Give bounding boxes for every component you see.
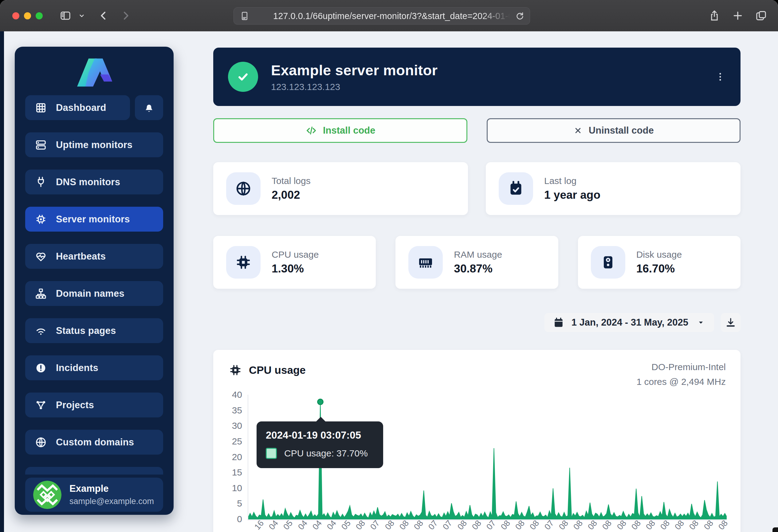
x-tick-label: 08	[615, 519, 628, 532]
sidebar-item-label: Custom domains	[56, 437, 134, 448]
x-tick-label: 08	[456, 519, 469, 532]
ram-icon	[408, 246, 443, 279]
uninstall-code-button[interactable]: Uninstall code	[487, 118, 741, 143]
stat-value: 2,002	[271, 189, 311, 201]
browser-titlebar: 127.0.0.1/66uptime/server-monitor/3?&sta…	[0, 0, 778, 32]
y-tick-label: 35	[218, 405, 242, 416]
last-log-card: Last log 1 year ago	[486, 162, 741, 215]
sidebar-item-label: Projects	[56, 400, 94, 411]
sidebar-item-heartbeats[interactable]: Heartbeats	[25, 244, 163, 269]
series-swatch	[266, 448, 277, 459]
y-tick-label: 10	[218, 483, 242, 493]
forward-button[interactable]	[118, 8, 133, 23]
x-tick-label: 08	[658, 519, 672, 532]
user-profile[interactable]: Example sample@example.com	[25, 478, 163, 512]
install-code-button[interactable]: Install code	[213, 118, 467, 143]
sidebar-item-projects[interactable]: Projects	[25, 392, 163, 418]
y-tick-label: 5	[218, 498, 242, 509]
x-tick-label: 08	[383, 519, 396, 532]
plug-icon	[34, 176, 47, 189]
chart-tooltip: 2024-01-19 03:07:05 CPU usage: 37.70%	[256, 422, 383, 468]
x-tick-label: 16	[252, 519, 266, 532]
sidebar-item-label: Uptime monitors	[56, 140, 133, 151]
window-left-edge	[0, 31, 4, 532]
sidebar: Dashboard Uptime monitors DNS monitors S…	[15, 47, 174, 515]
browser-window: 127.0.0.1/66uptime/server-monitor/3?&sta…	[0, 0, 778, 532]
x-tick-label: 04	[311, 519, 324, 532]
page-title: Example server monitor	[271, 62, 438, 79]
x-tick-label: 07	[484, 519, 498, 532]
sidebar-item-server-monitors[interactable]: Server monitors	[25, 207, 163, 232]
y-tick-label: 0	[218, 514, 242, 524]
total-logs-card: Total logs 2,002	[213, 162, 468, 215]
page-content: Dashboard Uptime monitors DNS monitors S…	[0, 31, 778, 532]
highlighted-data-point	[318, 399, 323, 405]
new-tab-icon[interactable]	[730, 8, 746, 23]
x-tick-label: 08	[600, 519, 614, 532]
chart-title: CPU usage	[249, 364, 306, 376]
sidebar-item-dashboard[interactable]: Dashboard	[25, 95, 130, 120]
notifications-button[interactable]	[135, 95, 163, 120]
stat-label: RAM usage	[454, 249, 502, 260]
monitor-ip: 123.123.123.123	[271, 82, 438, 92]
x-tick-label: 08	[557, 519, 570, 532]
x-tick-label: 05	[339, 519, 353, 532]
app-logo[interactable]	[25, 55, 163, 88]
zoom-window-button[interactable]	[35, 12, 43, 19]
x-tick-label: 04	[267, 519, 280, 532]
calendar-check-icon	[499, 172, 533, 205]
download-button[interactable]	[721, 313, 741, 332]
x-tick-label: 08	[528, 519, 541, 532]
bell-icon	[143, 101, 155, 114]
share-icon[interactable]	[707, 8, 722, 23]
sidebar-item-label: Incidents	[56, 362, 98, 373]
cpu-usage-card: CPU usage 1.30%	[213, 236, 376, 289]
calendar-icon	[553, 317, 564, 328]
profile-email: sample@example.com	[69, 497, 154, 506]
sidebar-nav: Dashboard Uptime monitors DNS monitors S…	[25, 95, 163, 467]
x-tick-label: 08	[398, 519, 411, 532]
sidebar-item-label: Status pages	[56, 325, 116, 336]
sidebar-item-dns-monitors[interactable]: DNS monitors	[25, 170, 163, 194]
sidebar-item-label: Domain names	[56, 288, 125, 299]
sidebar-item-label: Server monitors	[56, 214, 130, 225]
sidebar-item-domain-names[interactable]: Domain names	[25, 281, 163, 306]
sidebar-item-custom-domains[interactable]: Custom domains	[25, 430, 163, 455]
x-tick-label: 08	[673, 519, 686, 532]
install-code-label: Install code	[323, 125, 376, 136]
sidebar-item-partial[interactable]	[25, 467, 163, 474]
chip-icon	[34, 213, 47, 226]
back-button[interactable]	[96, 8, 111, 23]
sidebar-item-uptime-monitors[interactable]: Uptime monitors	[25, 132, 163, 157]
main-area: Example server monitor 123.123.123.123 I…	[213, 31, 741, 532]
more-options-icon[interactable]	[714, 68, 726, 86]
screen-corner-fragment	[772, 527, 778, 532]
date-range-label: 1 Jan, 2024 - 31 May, 2025	[571, 317, 688, 328]
y-tick-label: 15	[218, 467, 242, 478]
address-bar[interactable]: 127.0.0.1/66uptime/server-monitor/3?&sta…	[234, 7, 530, 24]
globe-icon	[226, 172, 260, 205]
sidebar-item-status-pages[interactable]: Status pages	[25, 318, 163, 343]
sidebar-item-label: Dashboard	[56, 102, 106, 113]
sidebar-toggle-icon[interactable]	[58, 8, 73, 23]
x-tick-label: 08	[644, 519, 657, 532]
date-range-picker[interactable]: 1 Jan, 2024 - 31 May, 2025	[544, 313, 714, 332]
share-nodes-icon	[34, 399, 47, 412]
server-provider: DO-Premium-Intel	[636, 360, 726, 374]
x-tick-label: 08	[514, 519, 527, 532]
x-tick-label: 07	[543, 519, 556, 532]
x-tick-label: 07	[426, 519, 440, 532]
stat-label: Disk usage	[636, 249, 682, 260]
close-window-button[interactable]	[12, 12, 19, 19]
reload-icon[interactable]	[515, 11, 525, 21]
chevron-down-icon[interactable]	[76, 8, 88, 23]
x-tick-label: 07	[441, 519, 454, 532]
page-settings-icon[interactable]	[239, 11, 250, 21]
x-tick-label: 04	[296, 519, 309, 532]
grid-icon	[34, 101, 47, 114]
minimize-window-button[interactable]	[24, 12, 31, 19]
disk-usage-card: Disk usage 16.70%	[578, 236, 741, 289]
sidebar-item-incidents[interactable]: Incidents	[25, 355, 163, 380]
tab-overview-icon[interactable]	[754, 8, 769, 23]
stat-value: 1.30%	[271, 262, 319, 275]
